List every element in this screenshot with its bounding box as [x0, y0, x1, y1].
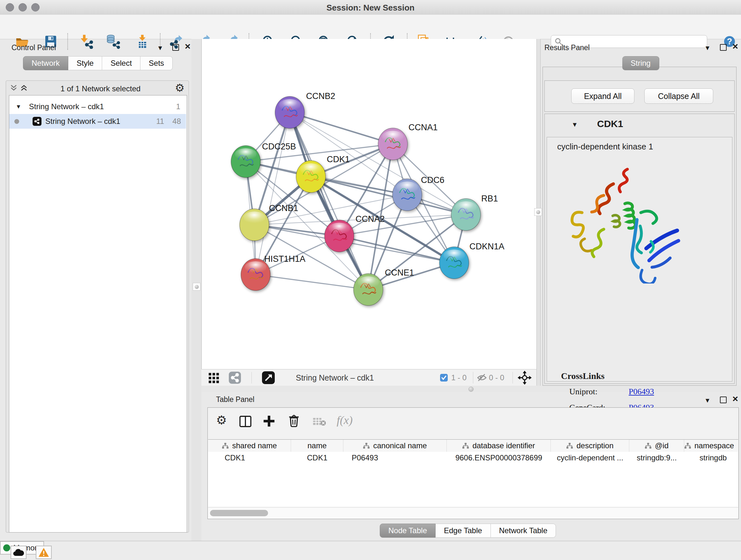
scrollbar-thumb[interactable]	[210, 510, 268, 516]
control-panel: Control Panel ▼ ✕ NetworkStyleSelectSets…	[0, 39, 192, 541]
node-CDC25B[interactable]	[231, 145, 260, 178]
pan-crosshair-icon[interactable]	[518, 371, 532, 385]
column-header-name[interactable]: name	[291, 440, 343, 452]
node-label-CDC25B: CDC25B	[262, 142, 296, 151]
node-CDK1[interactable]	[296, 161, 326, 192]
node-label-CDKN1A: CDKN1A	[469, 242, 504, 251]
string-network-icon	[32, 117, 42, 126]
table-box: ⚙ f(x) shared namenamecanonical namedata…	[207, 408, 739, 519]
table-delete-icon[interactable]	[287, 414, 300, 428]
table-row[interactable]: CDK1CDK1P064939606.ENSP00000378699cyclin…	[208, 452, 738, 464]
network-row[interactable]: String Network – cdk1 11 48	[9, 114, 186, 129]
collection-count: 1	[176, 102, 180, 111]
gene-collapse-icon[interactable]: ▼	[571, 121, 578, 128]
network-options-gear-icon[interactable]: ⚙	[175, 82, 185, 93]
tab-network[interactable]: Network	[23, 56, 68, 70]
column-header-database-identifier[interactable]: database identifier	[447, 440, 551, 452]
table-add-icon[interactable]	[263, 415, 275, 428]
table-cell: stringdb	[684, 453, 738, 462]
protein-structure-image	[565, 165, 684, 284]
delete-table-icon[interactable]	[313, 417, 327, 427]
node-CDKN1A[interactable]	[440, 247, 469, 279]
node-label-CDC6: CDC6	[421, 175, 445, 185]
title-bar: Session: New Session	[0, 0, 741, 15]
tab-style[interactable]: Style	[68, 56, 102, 70]
collection-label: String Network – cdk1	[29, 102, 104, 111]
grid-view-icon[interactable]	[208, 372, 219, 383]
node-label-CCNA2: CCNA2	[355, 214, 385, 224]
network-share-view-icon[interactable]	[228, 371, 241, 384]
hidden-eye-icon[interactable]	[477, 373, 487, 382]
control-panel-menu-icon[interactable]: ▼	[157, 45, 163, 51]
node-label-CCNE1: CCNE1	[385, 268, 414, 277]
table-cell: CDK1	[208, 453, 291, 462]
control-panel-close-icon[interactable]: ✕	[185, 44, 191, 50]
column-header-shared-name[interactable]: shared name	[208, 440, 291, 452]
table-options-gear-icon[interactable]: ⚙	[216, 415, 227, 426]
tab-edge-table[interactable]: Edge Table	[435, 523, 491, 538]
column-header-canonical-name[interactable]: canonical name	[343, 440, 447, 452]
node-CCNA1[interactable]	[378, 128, 408, 160]
edge-CCNB2-CCNA1[interactable]	[290, 112, 393, 144]
edge-CCNA2-CDKN1A[interactable]	[339, 236, 454, 263]
control-panel-title: Control Panel	[11, 44, 56, 52]
edge-HIST1H1A-CCNE1[interactable]	[256, 274, 368, 290]
results-panel: Results Panel ▼ ✕ String Expand All Coll…	[540, 39, 741, 386]
column-header-namespace[interactable]: namespace	[684, 440, 738, 452]
table-tabs: Node TableEdge TableNetwork Table	[380, 523, 556, 538]
collapse-all-icon[interactable]	[10, 84, 18, 92]
tab-node-table[interactable]: Node Table	[380, 523, 435, 538]
results-panel-title: Results Panel	[544, 44, 590, 52]
tab-string[interactable]: String	[622, 56, 659, 70]
gene-description: cyclin-dependent kinase 1	[557, 142, 653, 152]
results-panel-menu-icon[interactable]: ▼	[704, 45, 711, 51]
node-label-RB1: RB1	[481, 194, 498, 203]
column-header-description[interactable]: description	[551, 440, 629, 452]
node-CCNA2[interactable]	[325, 220, 354, 252]
node-label-CCNB2: CCNB2	[306, 91, 335, 101]
edge-CCNB2-HIST1H1A[interactable]	[256, 112, 290, 274]
selected-node-edge-counts: 1 - 0	[451, 373, 467, 382]
gene-detail-box: cyclin-dependent kinase 1	[547, 137, 732, 381]
left-splitter-handle[interactable]	[193, 283, 200, 291]
birdseye-view-icon[interactable]	[262, 371, 275, 384]
table-cell: 9606.ENSP00000378699	[447, 453, 551, 462]
node-CCNB2[interactable]	[275, 97, 305, 128]
column-header-@id[interactable]: @id	[629, 440, 684, 452]
network-edge-count: 48	[172, 117, 181, 126]
bottom-splitter-handle[interactable]	[468, 387, 474, 392]
statusbar-separator	[252, 372, 252, 383]
node-CCNE1[interactable]	[354, 273, 383, 306]
network-selection-status: 1 of 1 Network selected	[42, 84, 159, 93]
tab-sets[interactable]: Sets	[140, 56, 173, 70]
selected-checkbox-icon[interactable]	[440, 374, 448, 382]
control-panel-float-icon[interactable]	[172, 44, 179, 51]
control-panel-tabs: NetworkStyleSelectSets	[23, 56, 173, 70]
function-builder-icon[interactable]: f(x)	[337, 414, 353, 427]
node-RB1[interactable]	[451, 199, 481, 231]
expand-all-button[interactable]: Expand All	[571, 88, 634, 104]
results-panel-float-icon[interactable]	[720, 44, 727, 51]
network-canvas[interactable]: CCNB2CCNA1CDC25BCDK1CDC6RB1CCNB1CCNA2CDK…	[201, 39, 537, 369]
cloud-icon[interactable]	[10, 546, 26, 559]
tab-select[interactable]: Select	[102, 56, 140, 70]
table-panel-float-icon[interactable]	[720, 396, 727, 403]
table-panel-close-icon[interactable]: ✕	[732, 396, 738, 402]
expand-all-icon[interactable]	[20, 84, 28, 92]
warning-icon[interactable]	[36, 546, 52, 559]
tab-network-table[interactable]: Network Table	[491, 523, 556, 538]
table-body: CDK1CDK1P064939606.ENSP00000378699cyclin…	[208, 452, 738, 507]
collection-expand-icon[interactable]: ▼	[16, 104, 21, 110]
node-label-CDK1: CDK1	[327, 154, 350, 164]
table-columns-icon[interactable]	[239, 415, 252, 428]
network-collection-row[interactable]: ▼ String Network – cdk1 1	[9, 99, 186, 114]
table-panel-menu-icon[interactable]: ▼	[704, 397, 711, 403]
collapse-all-button[interactable]: Collapse All	[644, 88, 713, 104]
node-CDC6[interactable]	[393, 179, 422, 211]
node-CCNB1[interactable]	[240, 209, 269, 241]
network-graph[interactable]: CCNB2CCNA1CDC25BCDK1CDC6RB1CCNB1CCNA2CDK…	[202, 39, 537, 369]
results-panel-close-icon[interactable]: ✕	[732, 44, 738, 50]
table-header-row: shared namenamecanonical namedatabase id…	[208, 439, 738, 452]
main-toolbar: ?	[0, 15, 741, 39]
table-horizontal-scrollbar[interactable]	[208, 507, 738, 518]
